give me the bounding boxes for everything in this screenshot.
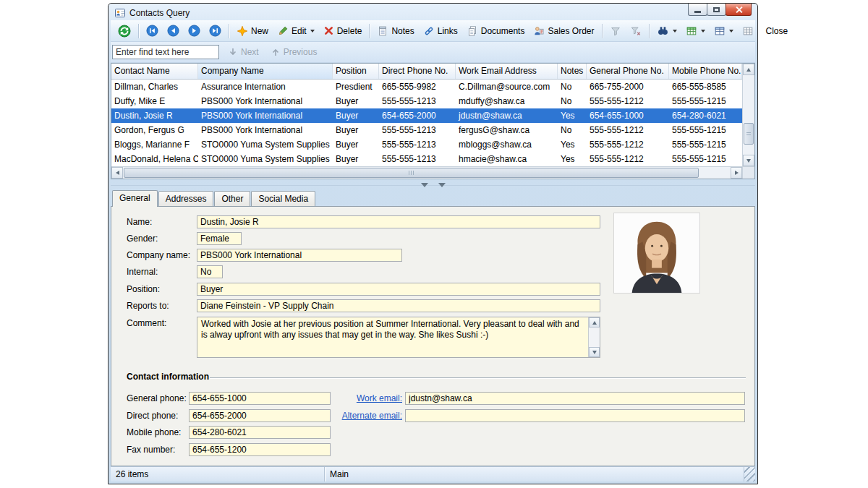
layout-button[interactable] <box>710 23 737 39</box>
previous-record-button[interactable] <box>163 22 183 39</box>
vertical-scrollbar[interactable] <box>742 64 754 166</box>
vertical-scroll-thumb[interactable] <box>744 123 754 145</box>
documents-button[interactable]: Documents <box>463 23 529 39</box>
close-query-button[interactable]: Close <box>759 24 796 38</box>
titlebar[interactable]: Contacts Query <box>109 4 757 20</box>
find-dropdown-icon <box>673 30 677 33</box>
reports-to-field[interactable] <box>197 299 600 312</box>
mobile-phone-label: Mobile phone: <box>127 427 181 437</box>
refresh-icon <box>118 25 131 38</box>
tab-addresses[interactable]: Addresses <box>158 191 214 206</box>
tab-social-media[interactable]: Social Media <box>251 191 315 206</box>
resize-grip[interactable] <box>744 467 755 481</box>
alternate-email-field[interactable] <box>405 409 745 422</box>
binoculars-icon <box>657 25 669 37</box>
table-row[interactable]: Duffy, Mike EPBS000 York InternationalBu… <box>111 94 742 108</box>
grid-settings-button[interactable] <box>739 23 757 39</box>
direct-phone-field[interactable] <box>189 409 331 422</box>
find-previous-button[interactable]: Previous <box>268 46 320 59</box>
comment-scroll-down-button[interactable] <box>589 347 600 357</box>
grid-settings-icon <box>742 25 754 37</box>
comment-field[interactable]: Worked with Josie at her previous positi… <box>197 317 600 358</box>
alternate-email-link[interactable]: Alternate email: <box>330 411 402 421</box>
column-header-position[interactable]: Position <box>333 64 379 79</box>
pane-splitter[interactable] <box>111 179 755 191</box>
close-window-button[interactable] <box>726 4 752 16</box>
notes-button[interactable]: Notes <box>373 23 417 39</box>
edit-dropdown-icon <box>310 30 315 33</box>
table-row[interactable]: Dillman, CharlesAssurance InternationPre… <box>111 80 742 94</box>
sales-order-button[interactable]: Sales Order <box>529 23 597 39</box>
table-row-selected[interactable]: Dustin, Josie RPBS000 York International… <box>111 108 742 123</box>
name-field[interactable] <box>197 215 600 228</box>
last-record-button[interactable] <box>205 22 225 39</box>
scroll-down-button[interactable] <box>743 155 754 166</box>
column-header-company-name[interactable]: Company Name <box>198 64 333 79</box>
column-header-notes[interactable]: Notes <box>558 64 587 79</box>
table-row[interactable]: Bloggs, Marianne FSTO0000 Yuma System Su… <box>111 137 742 152</box>
status-bar: 26 items Main <box>111 466 755 481</box>
next-record-button[interactable] <box>184 22 204 39</box>
filter-edit-icon <box>630 25 642 37</box>
scroll-up-button[interactable] <box>743 64 754 75</box>
position-field[interactable] <box>197 283 600 296</box>
horizontal-scroll-thumb[interactable] <box>124 168 699 178</box>
notes-icon <box>377 25 388 37</box>
column-header-mobile-phone[interactable]: Mobile Phone No. <box>669 64 742 79</box>
splitter-expand-icon[interactable] <box>438 183 446 187</box>
comment-scroll-up-button[interactable] <box>589 317 600 328</box>
section-divider <box>210 377 746 379</box>
gender-field[interactable] <box>197 232 242 245</box>
delete-button[interactable]: Delete <box>320 23 366 38</box>
close-icon <box>735 6 743 14</box>
maximize-button[interactable] <box>707 4 726 16</box>
direct-phone-label: Direct phone: <box>127 411 178 421</box>
scroll-left-button[interactable] <box>111 167 123 179</box>
comment-scrollbar[interactable] <box>588 317 600 357</box>
export-button[interactable] <box>682 23 709 39</box>
contact-information-heading: Contact information <box>127 372 209 382</box>
scrollbar-corner <box>742 166 754 179</box>
splitter-collapse-icon[interactable] <box>421 183 428 187</box>
column-header-direct-phone[interactable]: Direct Phone No. <box>379 64 456 79</box>
delete-icon <box>323 25 334 36</box>
documents-icon <box>467 25 478 37</box>
column-header-contact-name[interactable]: Contact Name <box>111 64 198 79</box>
window-title: Contacts Query <box>129 8 190 18</box>
tab-general[interactable]: General <box>112 190 158 207</box>
internal-field[interactable] <box>197 265 223 278</box>
toolbar-separator <box>602 24 603 38</box>
new-button[interactable]: New <box>233 23 272 39</box>
links-icon <box>423 25 435 37</box>
tab-other[interactable]: Other <box>214 191 250 206</box>
filter-button[interactable] <box>606 23 625 39</box>
status-item-count: 26 items <box>111 467 325 481</box>
mobile-phone-field[interactable] <box>189 426 331 439</box>
work-email-link[interactable]: Work email: <box>330 393 402 403</box>
horizontal-scrollbar[interactable] <box>111 166 742 179</box>
general-phone-label: General phone: <box>127 393 187 403</box>
work-email-field[interactable] <box>405 392 745 405</box>
find-button[interactable] <box>653 22 681 39</box>
minimize-button[interactable] <box>688 4 707 16</box>
find-input[interactable] <box>112 45 219 59</box>
find-bar: Next Previous <box>111 42 755 63</box>
filter-edit-button[interactable] <box>626 23 645 39</box>
links-button[interactable]: Links <box>420 23 461 39</box>
toolbar-separator <box>229 24 229 38</box>
company-name-field[interactable] <box>197 249 402 262</box>
fax-number-field[interactable] <box>189 443 331 456</box>
refresh-button[interactable] <box>114 22 135 40</box>
table-row[interactable]: Gordon, Fergus GPBS000 York Internationa… <box>111 123 742 137</box>
column-header-general-phone[interactable]: General Phone No. <box>587 64 669 79</box>
table-row[interactable]: MacDonald, Helena CSTO0000 Yuma System S… <box>111 152 742 166</box>
column-header-work-email[interactable]: Work Email Address <box>456 64 558 79</box>
contact-photo <box>613 213 700 294</box>
scroll-right-button[interactable] <box>731 167 742 179</box>
detail-area: General Addresses Other Social Media Nam… <box>111 191 755 466</box>
edit-button[interactable]: Edit <box>273 23 318 39</box>
general-phone-field[interactable] <box>189 392 331 405</box>
find-next-button[interactable]: Next <box>225 46 262 59</box>
first-record-button[interactable] <box>142 22 162 39</box>
status-section: Main <box>325 467 744 481</box>
